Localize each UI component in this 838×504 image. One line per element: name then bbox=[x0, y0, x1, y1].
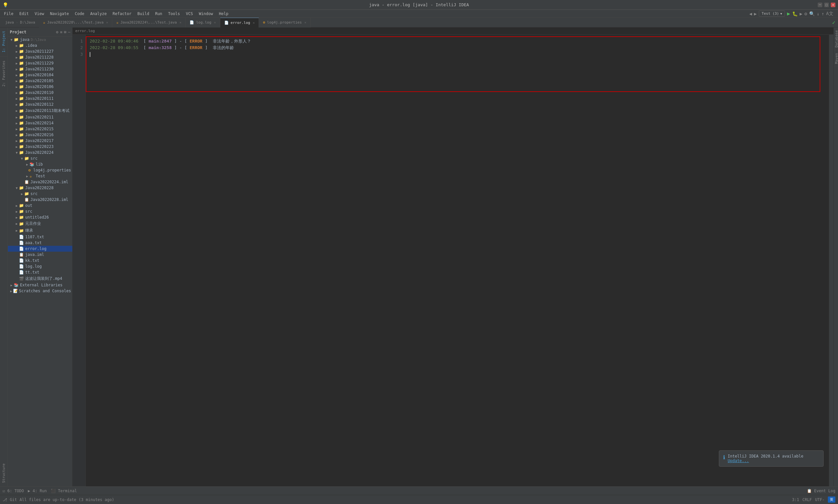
settings-small-icon[interactable]: ≡ bbox=[60, 30, 62, 34]
tree-java20220223[interactable]: ▶ 📁 Java20220223 bbox=[8, 144, 72, 149]
tree-java20220111[interactable]: ▶ 📁 Java20220111 bbox=[8, 95, 72, 102]
git-push-button[interactable]: ↑ bbox=[821, 11, 824, 16]
expand-icon[interactable]: ⊞ bbox=[64, 30, 67, 34]
tree-aaatxt[interactable]: 📄 aaa.txt bbox=[8, 240, 72, 246]
tab-log-log[interactable]: 📄 log.log ✕ bbox=[185, 18, 220, 28]
tree-java20220216[interactable]: ▶ 📁 Java20220216 bbox=[8, 132, 72, 138]
menu-help[interactable]: Help bbox=[216, 11, 231, 17]
translate-button[interactable]: A文 bbox=[826, 11, 834, 17]
tree-javaiml[interactable]: 📋 java.iml bbox=[8, 252, 72, 257]
run-config-selector[interactable]: Test (3) ▼ bbox=[759, 11, 785, 17]
menu-vcs[interactable]: VCS bbox=[183, 11, 196, 17]
tab-close-icon[interactable]: ✕ bbox=[106, 21, 108, 24]
tree-scratches-consoles[interactable]: ▶ 📝 Scratches and Consoles bbox=[8, 288, 72, 294]
tree-idea[interactable]: ▶ 📁 .idea bbox=[8, 42, 72, 49]
close-button[interactable]: ✕ bbox=[831, 3, 835, 7]
tree-java20220110[interactable]: ▶ 📁 Java20220110 bbox=[8, 90, 72, 95]
database-panel-tab[interactable]: Database bbox=[834, 28, 838, 50]
position-indicator[interactable]: 3:1 bbox=[792, 498, 799, 502]
tree-java20220215[interactable]: ▶ 📁 Java20220215 bbox=[8, 126, 72, 132]
tree-test-224[interactable]: ▶ ☕ Test bbox=[8, 173, 72, 179]
search-everywhere-button[interactable]: 🔍 bbox=[809, 11, 815, 16]
run-button[interactable]: ▶ bbox=[787, 11, 790, 17]
sidebar-tab-project[interactable]: 1: Project bbox=[0, 28, 7, 56]
tree-jicheng[interactable]: ▶ 📁 继承 bbox=[8, 227, 72, 234]
tree-java20220217[interactable]: ▶ 📁 Java20220217 bbox=[8, 138, 72, 144]
editor-scrollbar[interactable] bbox=[829, 35, 834, 486]
tree-java20220104[interactable]: ▶ 📁 java20220104 bbox=[8, 72, 72, 78]
tree-java20220228[interactable]: ▼ 📁 Java20220228 bbox=[8, 185, 72, 191]
tree-error-log[interactable]: 📄 error.log ← bbox=[8, 246, 72, 252]
collapse-icon[interactable]: — bbox=[68, 30, 70, 34]
git-status[interactable]: Git bbox=[10, 498, 17, 502]
menu-tools[interactable]: Tools bbox=[166, 11, 183, 17]
todo-button[interactable]: ☑ 6: TODO bbox=[3, 489, 24, 493]
forward-button[interactable]: ▶ bbox=[754, 11, 756, 16]
tree-java20220105[interactable]: ▶ 📁 Java20220105 bbox=[8, 78, 72, 84]
menu-run[interactable]: Run bbox=[153, 11, 165, 17]
sidebar-tab-structure[interactable]: Structure bbox=[0, 460, 7, 486]
coverage-button[interactable]: ▶ bbox=[800, 11, 802, 16]
tab-log4j-properties[interactable]: ⚙ log4j.properties ✕ bbox=[259, 18, 311, 28]
line-ending-indicator[interactable]: CRLF bbox=[802, 498, 812, 502]
tab-close-icon[interactable]: ✕ bbox=[304, 21, 306, 24]
tree-java20211229[interactable]: ▶ 📁 java20211229 bbox=[8, 60, 72, 66]
tree-mp4[interactable]: 🎬 这波让我装到了.mp4 bbox=[8, 275, 72, 282]
tree-iml-224[interactable]: 📋 Java20220224.iml bbox=[8, 179, 72, 185]
menu-window[interactable]: Window bbox=[196, 11, 215, 17]
editor-content[interactable]: 1 2 3 2022-02-28 09:40:46 [ main:2847 ] … bbox=[73, 35, 834, 486]
menu-refactor[interactable]: Refactor bbox=[110, 11, 134, 17]
tree-java20220211[interactable]: ▶ 📁 Java20220211 bbox=[8, 114, 72, 120]
menu-build[interactable]: Build bbox=[135, 11, 152, 17]
tree-external-libraries[interactable]: ▶ 📚 External Libraries bbox=[8, 282, 72, 288]
sidebar-tab-favorites[interactable]: 2: Favorites bbox=[0, 57, 7, 90]
tree-java20220113[interactable]: ▶ 📁 Java20220113期末考试 bbox=[8, 107, 72, 114]
tab-error-log[interactable]: 📄 error.log ✕ bbox=[220, 18, 259, 28]
settings-button[interactable]: ⚙ bbox=[804, 11, 807, 16]
tree-out[interactable]: ▶ 📁 out bbox=[8, 202, 72, 209]
tree-iml-228[interactable]: 📋 Java20220228.iml bbox=[8, 197, 72, 202]
menu-analyze[interactable]: Analyze bbox=[87, 11, 109, 17]
minimize-button[interactable]: ─ bbox=[818, 3, 822, 7]
maximize-button[interactable]: □ bbox=[824, 3, 829, 7]
tree-java20220112[interactable]: ▶ 📁 Java20220112 bbox=[8, 102, 72, 107]
tree-tttxt[interactable]: 📄 tt.txt bbox=[8, 269, 72, 275]
charset-indicator[interactable]: UTF- bbox=[815, 498, 824, 502]
tree-java20220106[interactable]: ▶ 📁 Java20220106 bbox=[8, 84, 72, 90]
tree-lib[interactable]: ▶ 📚 lib bbox=[8, 161, 72, 167]
menu-edit[interactable]: Edit bbox=[17, 11, 32, 17]
tab-test-java-228[interactable]: ☕ Java20220228\...\Test.java ✕ bbox=[39, 18, 112, 28]
tree-src-228[interactable]: ▶ 📁 src bbox=[8, 191, 72, 197]
tree-untitled26[interactable]: ▶ 📁 untitled26 bbox=[8, 214, 72, 220]
gear-icon[interactable]: ⚙ bbox=[56, 30, 58, 34]
tab-test-java-224[interactable]: ☕ Java20220224\...\Test.java ✕ bbox=[112, 18, 185, 28]
tree-java20211227[interactable]: ▶ 📁 Java20211227 bbox=[8, 49, 72, 54]
eventlog-button[interactable]: 📋 Event Log bbox=[807, 489, 835, 493]
tree-src[interactable]: ▶ 📁 src bbox=[8, 209, 72, 214]
menu-file[interactable]: File bbox=[1, 11, 16, 17]
git-update-button[interactable]: ↓ bbox=[817, 11, 819, 16]
menu-view[interactable]: View bbox=[32, 11, 47, 17]
tree-java20211230[interactable]: ▶ 📁 Java20211230 bbox=[8, 66, 72, 72]
run-button[interactable]: ▶ 4: Run bbox=[28, 489, 47, 493]
terminal-button[interactable]: ⬛ Terminal bbox=[51, 489, 77, 493]
tree-root-java[interactable]: ▼ 📁 java D:\Java bbox=[8, 37, 72, 42]
tab-close-icon[interactable]: ✕ bbox=[179, 21, 181, 24]
back-button[interactable]: ◀ bbox=[749, 11, 752, 16]
notification-link[interactable]: Update... bbox=[728, 458, 803, 463]
tab-close-icon[interactable]: ✕ bbox=[214, 21, 216, 24]
tree-kktxt[interactable]: 📄 kk.txt bbox=[8, 257, 72, 264]
maven-panel-tab[interactable]: Maven bbox=[834, 50, 838, 67]
tree-src-224[interactable]: ▼ 📁 src bbox=[8, 156, 72, 161]
tree-loglog[interactable]: 📄 log.log bbox=[8, 264, 72, 269]
debug-button[interactable]: 🐛 bbox=[792, 11, 798, 16]
tree-java20211228[interactable]: ▶ 📁 Java20211228 bbox=[8, 54, 72, 60]
tree-java20220224[interactable]: ▼ 📁 Java20220224 bbox=[8, 149, 72, 156]
menu-navigate[interactable]: Navigate bbox=[48, 11, 72, 17]
code-area[interactable]: 2022-02-28 09:40:46 [ main:2847 ] - [ ER… bbox=[86, 35, 829, 486]
tree-log4j-properties[interactable]: ⚙ log4j.properties bbox=[8, 167, 72, 173]
tab-close-icon[interactable]: ✕ bbox=[253, 21, 255, 24]
tree-java20220214[interactable]: ▶ 📁 Java20220214 bbox=[8, 120, 72, 126]
menu-code[interactable]: Code bbox=[72, 11, 87, 17]
tree-1107txt[interactable]: 📄 1107.txt bbox=[8, 234, 72, 240]
